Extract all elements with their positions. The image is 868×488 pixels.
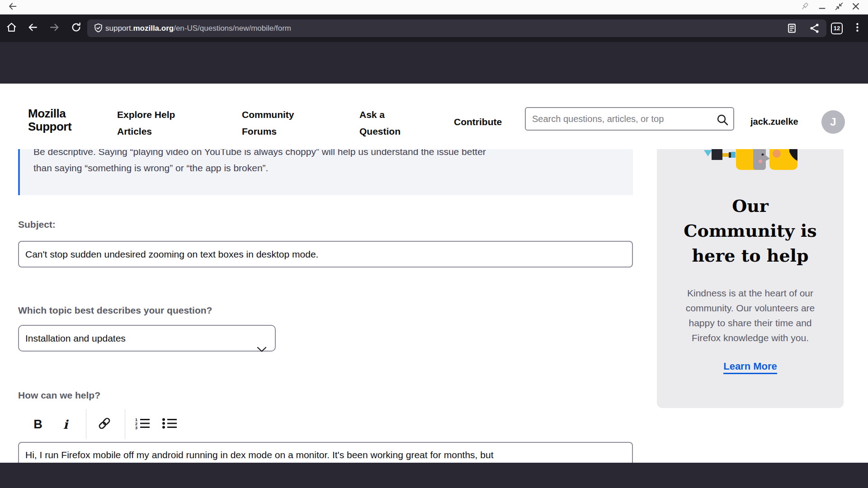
shield-permissions-button[interactable] [93,23,104,36]
back-arrow-icon [27,22,38,35]
search-placeholder: Search questions, articles, or top [532,108,715,130]
username[interactable]: jack.zuelke [750,117,798,127]
body-line-4: Firefox knowledge with you. [657,330,844,345]
ordered-list-button[interactable]: 1 2 3 [134,409,152,439]
nav-label-line: Question [359,123,401,140]
ordered-list-icon: 1 2 3 [135,417,151,432]
close-icon [851,1,861,13]
tab-count: 12 [834,25,840,32]
topic-label: Which topic best describes your question… [18,305,212,316]
minimize-icon [817,1,827,13]
url-subdomain: support. [105,24,133,33]
message-textarea[interactable]: Hi, I run Firefox mobile off my android … [18,442,633,463]
subject-label: Subject: [18,219,56,230]
share-button[interactable] [809,23,820,36]
chevron-down-icon [257,337,267,361]
window-back-button[interactable] [7,2,18,13]
nav-label-line: Explore Help [117,106,175,123]
restore-window-button[interactable] [834,2,844,13]
search-input[interactable]: Search questions, articles, or top [525,107,734,131]
browser-toolbar: support.mozilla.org/en-US/questions/new/… [0,14,868,42]
nav-explore-help-articles[interactable]: Explore Help Articles [117,106,175,140]
url-domain: mozilla.org [133,24,174,33]
forward-arrow-icon [49,22,60,35]
browser-forward-button[interactable] [48,22,60,34]
home-button[interactable] [5,22,17,34]
nav-community-forums[interactable]: Community Forums [242,106,294,140]
site-logo[interactable]: Mozilla Support [28,107,71,133]
url-text: support.mozilla.org/en-US/questions/new/… [105,19,291,37]
bullet-list-button[interactable] [161,409,179,439]
url-path: /en-US/questions/new/mobile/form [174,24,291,33]
menu-button[interactable] [851,22,863,34]
nav-label-line: Community [242,106,294,123]
pin-icon [800,1,810,13]
browser-back-button[interactable] [27,22,38,34]
nav-label-line: Articles [117,123,175,140]
nav-contribute[interactable]: Contribute [454,117,502,127]
nav-ask-a-question[interactable]: Ask a Question [359,106,401,140]
community-heading: Our Community is here to help [657,193,844,268]
svg-text:3: 3 [135,426,137,430]
share-icon [809,28,820,35]
heading-line-1: Our [657,193,844,218]
pin-window-button[interactable] [799,2,810,13]
toolbar-divider [86,409,86,439]
body-line-2: community. Our volunteers are [657,300,844,315]
insert-link-button[interactable] [94,409,115,439]
bullet-list-icon [162,417,178,432]
nav-label-line: Forums [242,123,294,140]
minimize-window-button[interactable] [817,2,828,13]
window-titlebar [0,0,868,14]
home-icon [6,22,17,35]
reload-icon [71,22,82,35]
shield-check-icon [93,28,104,35]
close-window-button[interactable] [850,2,861,13]
learn-more-link-wrap: Learn More [657,361,844,374]
learn-more-link[interactable]: Learn More [723,361,777,374]
site-header: Mozilla Support Explore Help Articles Co… [0,84,868,149]
toolbar-divider [125,409,125,439]
body-line-1: Kindness is at the heart of our [657,286,844,300]
topic-selected-value: Installation and updates [25,333,126,343]
page-content: Be descriptive. Saying “playing video on… [0,84,868,463]
body-line-3: happy to share their time and [657,315,844,330]
reload-button[interactable] [70,22,82,34]
restore-icon [834,1,844,13]
logo-line-2: Support [28,120,71,133]
link-icon [97,416,112,433]
reader-view-button[interactable] [786,23,797,36]
community-body-text: Kindness is at the heart of our communit… [657,286,844,345]
tab-counter-button[interactable]: 12 [831,23,843,34]
heading-line-2: Community is [657,218,844,243]
callout-line-2: than saying “something is wrong” or “the… [33,160,268,176]
heading-line-3: here to help [657,243,844,268]
logo-line-1: Mozilla [28,107,71,120]
back-arrow-icon [8,1,18,13]
search-icon[interactable] [716,113,729,128]
menu-kebab-icon [852,22,863,35]
subject-input[interactable]: Can't stop sudden undesired zooming on t… [18,241,633,267]
nav-label-line: Ask a [359,106,401,123]
reader-view-icon [786,28,797,35]
bold-button[interactable]: B [28,409,48,439]
avatar[interactable]: J [821,110,845,134]
topic-select[interactable]: Installation and updates [18,325,276,352]
italic-button[interactable]: i [56,409,75,439]
community-card: Our Community is here to help Kindness i… [657,136,844,408]
url-bar[interactable]: support.mozilla.org/en-US/questions/new/… [87,19,826,37]
help-label: How can we help? [18,390,100,401]
